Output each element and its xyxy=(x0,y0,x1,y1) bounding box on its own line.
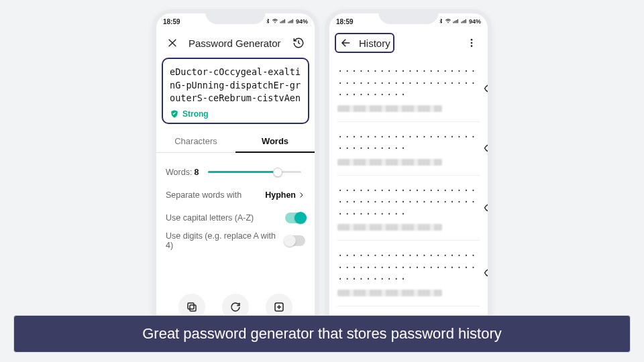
words-value: 8 xyxy=(194,168,199,177)
wifi-icon xyxy=(272,19,278,24)
close-icon xyxy=(167,38,178,48)
svg-point-6 xyxy=(488,87,491,90)
eye-icon xyxy=(484,142,492,154)
masked-password-line: ···················· xyxy=(337,185,478,197)
slider-thumb[interactable] xyxy=(273,168,282,177)
status-time: 18:59 xyxy=(163,18,180,25)
close-button[interactable] xyxy=(163,34,182,52)
shield-check-icon xyxy=(170,109,179,119)
notch xyxy=(205,12,266,24)
page-title: History xyxy=(359,38,390,49)
svg-point-15 xyxy=(488,272,491,275)
tab-characters[interactable]: Characters xyxy=(156,129,235,153)
signal-icon-2 xyxy=(288,19,294,24)
svg-point-9 xyxy=(488,147,491,150)
masked-password-line: ···················· xyxy=(337,78,478,90)
history-item-actions xyxy=(483,141,492,155)
history-list: ········································… xyxy=(329,56,488,306)
masked-password-line: ·········· xyxy=(337,143,478,155)
history-item-preview: ········································… xyxy=(337,66,478,112)
generated-password-box[interactable]: eDuctor-cOccygeal-exaltinG-pUnning-dispa… xyxy=(163,59,308,123)
words-label: Words: xyxy=(166,168,192,177)
capitals-label: Use capital letters (A-Z) xyxy=(166,213,254,223)
history-item-meta-blurred xyxy=(337,159,442,166)
setting-digits: Use digits (e.g. replace A with 4) xyxy=(166,229,305,252)
svg-point-3 xyxy=(471,39,473,41)
masked-password-line: ·········· xyxy=(337,89,478,101)
status-time: 18:59 xyxy=(336,18,354,25)
caption: Great password generator that stores pas… xyxy=(13,315,631,353)
masked-password-line: ···················· xyxy=(337,131,478,143)
words-slider[interactable] xyxy=(208,171,301,173)
setting-words-count: Words: 8 xyxy=(166,161,305,184)
history-item: ········································… xyxy=(337,241,480,306)
generated-password: eDuctor-cOccygeal-exaltinG-pUnning-dispa… xyxy=(170,66,301,105)
history-icon xyxy=(292,37,305,49)
history-button[interactable] xyxy=(289,34,308,52)
reveal-button[interactable] xyxy=(483,82,492,95)
bluetooth-icon xyxy=(438,19,443,24)
svg-point-5 xyxy=(471,45,473,47)
signal-icon-2 xyxy=(461,19,468,24)
history-item-meta-blurred xyxy=(337,105,442,112)
more-button[interactable] xyxy=(462,34,481,52)
wifi-icon xyxy=(445,19,451,24)
page-title: Password Generator xyxy=(189,38,282,49)
battery-text: 94% xyxy=(296,18,308,25)
more-vertical-icon xyxy=(466,38,477,48)
status-icons: 94% xyxy=(265,18,308,25)
svg-point-12 xyxy=(488,206,491,210)
arrow-left-icon xyxy=(340,37,352,49)
setting-separator[interactable]: Separate words with Hyphen xyxy=(166,184,305,206)
signal-icon xyxy=(280,19,286,24)
plus-box-icon xyxy=(273,301,285,313)
masked-password-line: ···················· xyxy=(337,250,478,262)
history-item-preview: ········································… xyxy=(337,185,478,231)
refresh-icon xyxy=(229,301,241,313)
eye-icon xyxy=(484,82,492,95)
copy-icon xyxy=(186,301,198,313)
svg-point-4 xyxy=(471,42,473,44)
strength-label: Strong xyxy=(182,109,209,119)
app-bar: Password Generator xyxy=(156,29,315,56)
history-item: ········································… xyxy=(337,176,480,241)
tabs: Characters Words xyxy=(156,129,315,153)
reveal-button[interactable] xyxy=(483,201,492,215)
app-bar: History xyxy=(329,29,488,56)
eye-icon xyxy=(484,202,492,214)
history-item-meta-blurred xyxy=(337,290,442,296)
masked-password-line: ·········· xyxy=(337,208,478,221)
battery-text: 94% xyxy=(469,18,481,25)
phone-history: 18:59 94% History ·········· xyxy=(325,9,492,331)
reveal-button[interactable] xyxy=(483,266,492,280)
history-item-meta-blurred xyxy=(337,224,442,231)
reveal-button[interactable] xyxy=(483,141,492,155)
separator-label: Separate words with xyxy=(166,190,241,200)
history-item-actions xyxy=(483,201,492,215)
status-icons: 94% xyxy=(438,18,481,25)
separator-value: Hyphen xyxy=(265,190,296,200)
masked-password-line: ···················· xyxy=(337,196,478,208)
history-item-actions xyxy=(483,82,492,95)
phone-password-generator: 18:59 94% Password Generator eDuctor-cOc… xyxy=(152,9,319,331)
masked-password-line: ···················· xyxy=(337,262,478,274)
tab-words[interactable]: Words xyxy=(235,129,315,153)
bluetooth-icon xyxy=(265,19,270,24)
svg-rect-1 xyxy=(188,303,194,309)
eye-icon xyxy=(484,267,492,279)
masked-password-line: ·········· xyxy=(337,274,478,286)
capitals-toggle[interactable] xyxy=(285,213,305,223)
history-item-preview: ······························ xyxy=(337,131,478,166)
chevron-right-icon xyxy=(297,191,305,199)
settings-panel: Words: 8 Separate words with Hyphen Use … xyxy=(156,153,315,252)
digits-toggle[interactable] xyxy=(285,235,305,246)
digits-label: Use digits (e.g. replace A with 4) xyxy=(166,231,285,250)
back-button[interactable] xyxy=(339,36,354,50)
signal-icon xyxy=(453,19,460,24)
history-item-preview: ········································… xyxy=(337,250,478,296)
notch xyxy=(378,12,439,24)
history-item: ······························ xyxy=(337,122,480,176)
masked-password-line: ···················· xyxy=(337,66,478,78)
svg-rect-0 xyxy=(190,305,196,311)
history-item: ········································… xyxy=(337,56,480,122)
